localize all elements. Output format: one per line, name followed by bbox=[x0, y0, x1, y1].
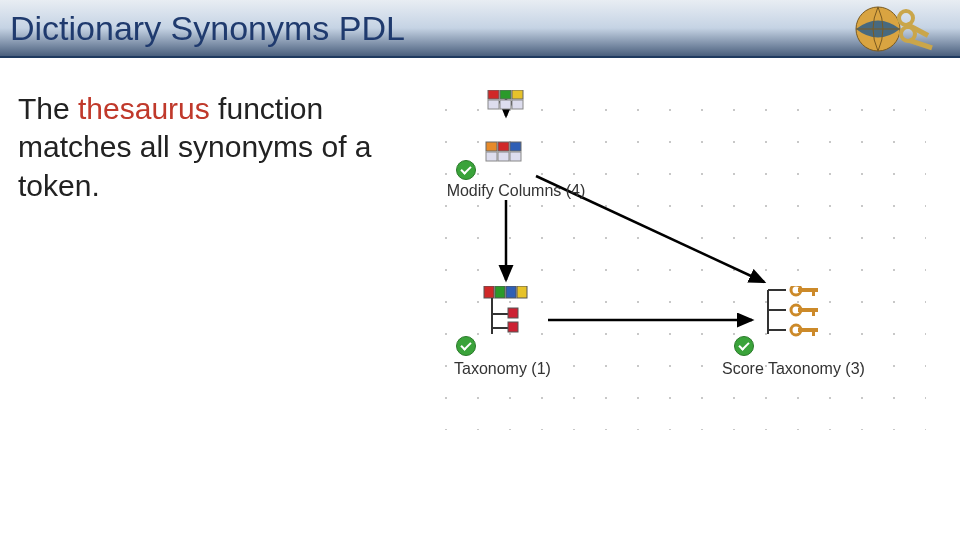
svg-rect-25 bbox=[517, 286, 527, 298]
description-text-highlight: thesaurus bbox=[78, 92, 210, 125]
description-paragraph: The thesaurus function matches all synon… bbox=[18, 90, 418, 510]
svg-point-2 bbox=[899, 11, 913, 25]
input-columns-icon bbox=[486, 90, 528, 118]
svg-rect-21 bbox=[510, 152, 521, 161]
modify-columns-label: Modify Columns (4) bbox=[436, 182, 596, 200]
svg-rect-37 bbox=[812, 288, 815, 296]
score-taxonomy-label: Score Taxonomy (3) bbox=[722, 360, 865, 378]
svg-rect-14 bbox=[500, 100, 511, 109]
svg-rect-18 bbox=[510, 142, 521, 151]
svg-point-4 bbox=[901, 27, 915, 41]
svg-rect-29 bbox=[508, 308, 518, 318]
check-icon bbox=[734, 336, 754, 356]
svg-rect-16 bbox=[486, 142, 497, 151]
check-icon bbox=[456, 160, 476, 180]
svg-rect-19 bbox=[486, 152, 497, 161]
svg-rect-3 bbox=[906, 22, 930, 38]
description-text-pre: The bbox=[18, 92, 78, 125]
svg-rect-10 bbox=[488, 90, 499, 99]
taxonomy-label: Taxonomy (1) bbox=[454, 360, 551, 378]
svg-rect-15 bbox=[512, 100, 523, 109]
check-icon bbox=[456, 336, 476, 356]
svg-rect-40 bbox=[812, 308, 815, 316]
svg-rect-22 bbox=[484, 286, 494, 298]
svg-rect-11 bbox=[500, 90, 511, 99]
svg-rect-43 bbox=[812, 328, 815, 336]
brand-logo bbox=[848, 4, 938, 54]
svg-rect-17 bbox=[498, 142, 509, 151]
modify-columns-node-icon bbox=[484, 140, 530, 174]
svg-rect-23 bbox=[495, 286, 505, 298]
svg-rect-30 bbox=[508, 322, 518, 332]
svg-rect-20 bbox=[498, 152, 509, 161]
svg-rect-13 bbox=[488, 100, 499, 109]
taxonomy-node-icon bbox=[482, 286, 542, 342]
svg-rect-12 bbox=[512, 90, 523, 99]
slide-header: Dictionary Synonyms PDL bbox=[0, 0, 960, 58]
workflow-diagram: Modify Columns (4) Taxonomy (1) bbox=[426, 90, 926, 510]
score-taxonomy-node-icon bbox=[758, 286, 836, 346]
svg-rect-24 bbox=[506, 286, 516, 298]
slide-title: Dictionary Synonyms PDL bbox=[0, 9, 405, 48]
svg-rect-5 bbox=[908, 38, 932, 50]
